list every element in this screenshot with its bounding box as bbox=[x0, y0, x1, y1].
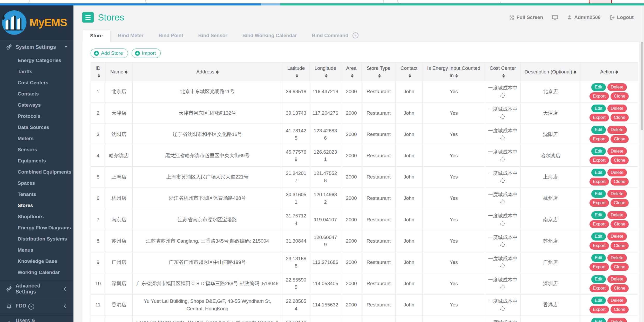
edit-button[interactable]: Edit bbox=[591, 297, 606, 304]
scrollbar-track[interactable] bbox=[640, 5, 644, 322]
sidebar-item-combined-equipments[interactable]: Combined Equipments bbox=[0, 166, 73, 177]
edit-button[interactable]: Edit bbox=[591, 126, 606, 134]
sidebar-item-data-sources[interactable]: Data Sources bbox=[0, 122, 73, 133]
export-button[interactable]: Export bbox=[589, 135, 609, 143]
export-button[interactable]: Export bbox=[589, 284, 609, 292]
sidebar-item-stores[interactable]: Stores bbox=[0, 200, 73, 211]
edit-button[interactable]: Edit bbox=[591, 169, 606, 176]
delete-button[interactable]: Delete bbox=[607, 169, 627, 176]
edit-button[interactable]: Edit bbox=[591, 147, 606, 155]
clone-button[interactable]: Clone bbox=[611, 284, 629, 292]
cropped-input[interactable] bbox=[0, 0, 30, 3]
clone-button[interactable]: Clone bbox=[611, 178, 629, 186]
hamburger-menu-button[interactable] bbox=[82, 12, 94, 23]
tab-store[interactable]: Store bbox=[82, 29, 111, 42]
delete-button[interactable]: Delete bbox=[607, 297, 627, 304]
fdd-header[interactable]: FDD≡ bbox=[0, 299, 73, 313]
clone-button[interactable]: Clone bbox=[611, 156, 629, 164]
clone-button[interactable]: Clone bbox=[611, 242, 629, 250]
clone-button[interactable]: Clone bbox=[611, 135, 629, 143]
fullscreen-button[interactable]: Full Screen bbox=[509, 15, 543, 20]
tab-bind-meter[interactable]: Bind Meter bbox=[111, 29, 151, 42]
tab-bind-point[interactable]: Bind Point bbox=[151, 29, 191, 42]
sidebar-item-meters[interactable]: Meters bbox=[0, 133, 73, 144]
sidebar-item-equipments[interactable]: Equipments bbox=[0, 155, 73, 166]
delete-button[interactable]: Delete bbox=[607, 105, 627, 112]
export-button[interactable]: Export bbox=[589, 178, 609, 186]
advanced-settings-header[interactable]: Advanced Settings bbox=[0, 282, 73, 296]
sidebar-item-energy-categories[interactable]: Energy Categories bbox=[0, 55, 73, 66]
export-button[interactable]: Export bbox=[589, 92, 609, 100]
users-privileges-header[interactable]: Users & Privileges bbox=[0, 316, 73, 322]
edit-button[interactable]: Edit bbox=[591, 190, 606, 198]
delete-button[interactable]: Delete bbox=[607, 232, 627, 240]
edit-button[interactable]: Edit bbox=[591, 211, 606, 219]
delete-button[interactable]: Delete bbox=[607, 211, 627, 219]
sidebar-item-sensors[interactable]: Sensors bbox=[0, 144, 73, 155]
column-header-id[interactable]: ID bbox=[91, 63, 105, 81]
sidebar-item-distribution-systems[interactable]: Distribution Systems bbox=[0, 233, 73, 244]
tab-bind-command[interactable]: Bind Command≡ bbox=[304, 29, 366, 42]
export-button[interactable]: Export bbox=[589, 263, 609, 271]
delete-button[interactable]: Delete bbox=[607, 126, 627, 134]
cropped-red-button[interactable] bbox=[589, 0, 612, 3]
delete-button[interactable]: Delete bbox=[607, 318, 627, 322]
column-header-address[interactable]: Address bbox=[133, 63, 282, 81]
clone-button[interactable]: Clone bbox=[611, 199, 629, 207]
column-header-store-type[interactable]: Store Type bbox=[362, 63, 396, 81]
sidebar-item-tenants[interactable]: Tenants bbox=[0, 189, 73, 200]
tab-bind-working-calendar[interactable]: Bind Working Calendar bbox=[235, 29, 304, 42]
cropped-input[interactable] bbox=[145, 0, 384, 3]
column-header-action[interactable]: Action bbox=[580, 63, 638, 81]
export-button[interactable]: Export bbox=[589, 114, 609, 121]
cropped-input[interactable] bbox=[397, 0, 501, 3]
sidebar-item-shopfloors[interactable]: Shopfloors bbox=[0, 211, 73, 222]
column-header-cost-center[interactable]: Cost Center bbox=[485, 63, 521, 81]
column-header-name[interactable]: Name bbox=[105, 63, 133, 81]
sidebar-item-cost-centers[interactable]: Cost Centers bbox=[0, 77, 73, 88]
user-menu[interactable]: Admin2506 bbox=[567, 15, 600, 20]
sidebar-item-spaces[interactable]: Spaces bbox=[0, 177, 73, 189]
edit-button[interactable]: Edit bbox=[591, 83, 606, 91]
export-button[interactable]: Export bbox=[589, 156, 609, 164]
logout-button[interactable]: Logout bbox=[609, 15, 634, 20]
delete-button[interactable]: Delete bbox=[607, 190, 627, 198]
edit-button[interactable]: Edit bbox=[591, 318, 606, 322]
column-header-area[interactable]: Area bbox=[341, 63, 362, 81]
sidebar-item-contacts[interactable]: Contacts bbox=[0, 88, 73, 99]
clone-button[interactable]: Clone bbox=[611, 114, 629, 121]
clone-button[interactable]: Clone bbox=[611, 306, 629, 313]
column-header-latitude[interactable]: Latitude bbox=[282, 63, 310, 81]
add-store-button[interactable]: + Add Store bbox=[91, 49, 128, 58]
sidebar-item-working-calendar[interactable]: Working Calendar bbox=[0, 267, 73, 278]
export-button[interactable]: Export bbox=[589, 242, 609, 250]
tab-bind-sensor[interactable]: Bind Sensor bbox=[191, 29, 235, 42]
sidebar-item-protocols[interactable]: Protocols bbox=[0, 111, 73, 122]
import-button[interactable]: + Import bbox=[132, 49, 161, 58]
export-button[interactable]: Export bbox=[589, 306, 609, 313]
sidebar-item-knowledge-base[interactable]: Knowledge Base bbox=[0, 256, 73, 267]
system-settings-header[interactable]: System Settings bbox=[0, 40, 73, 54]
delete-button[interactable]: Delete bbox=[607, 147, 627, 155]
column-header-contact[interactable]: Contact bbox=[396, 63, 423, 81]
edit-button[interactable]: Edit bbox=[591, 105, 606, 112]
clone-button[interactable]: Clone bbox=[611, 220, 629, 228]
delete-button[interactable]: Delete bbox=[607, 83, 627, 91]
scrollbar-thumb[interactable] bbox=[641, 42, 643, 130]
export-button[interactable]: Export bbox=[589, 199, 609, 207]
delete-button[interactable]: Delete bbox=[607, 254, 627, 262]
column-header-description-optional[interactable]: Description (Optional) bbox=[521, 63, 580, 81]
edit-button[interactable]: Edit bbox=[591, 254, 606, 262]
edit-button[interactable]: Edit bbox=[591, 275, 606, 283]
column-header-longitude[interactable]: Longitude bbox=[310, 63, 341, 81]
monitor-button[interactable] bbox=[552, 15, 558, 20]
clone-button[interactable]: Clone bbox=[611, 92, 629, 100]
export-button[interactable]: Export bbox=[589, 220, 609, 228]
sidebar-item-gateways[interactable]: Gateways bbox=[0, 99, 73, 111]
sidebar-item-tariffs[interactable]: Tariffs bbox=[0, 66, 73, 77]
clone-button[interactable]: Clone bbox=[611, 263, 629, 271]
column-header-is-energy-input-counted-in[interactable]: Is Energy Input Counted In bbox=[423, 63, 485, 81]
sidebar-item-menus[interactable]: Menus bbox=[0, 244, 73, 256]
sidebar-item-energy-flow-diagrams[interactable]: Energy Flow Diagrams bbox=[0, 222, 73, 233]
edit-button[interactable]: Edit bbox=[591, 232, 606, 240]
